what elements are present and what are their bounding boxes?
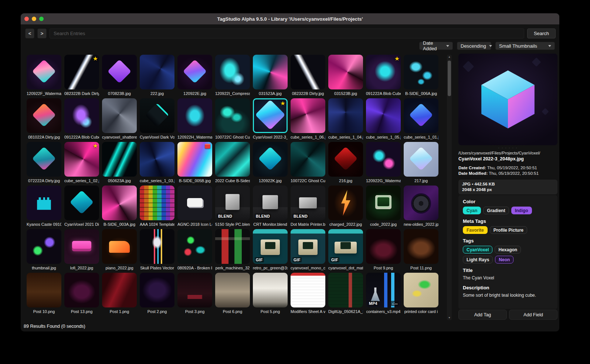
thumbnail[interactable]: GIF xyxy=(328,229,363,264)
thumbnail[interactable] xyxy=(27,55,61,89)
thumbnail[interactable] xyxy=(177,55,212,89)
thumbnail[interactable] xyxy=(64,98,99,133)
thumbnail[interactable] xyxy=(215,142,250,177)
nav-forward-button[interactable]: > xyxy=(37,28,47,38)
thumbnail[interactable]: BLEND xyxy=(291,186,325,220)
thumbnail[interactable] xyxy=(140,55,174,89)
thumbnail[interactable] xyxy=(404,142,438,177)
thumbnail[interactable] xyxy=(27,186,61,220)
thumbnail[interactable]: ★ xyxy=(64,142,99,177)
sort-direction-dropdown[interactable]: Descending xyxy=(457,42,491,50)
thumbnail[interactable] xyxy=(253,55,288,89)
thumbnail-size-dropdown[interactable]: Small Thumbnails xyxy=(495,42,555,50)
thumbnail[interactable] xyxy=(328,273,363,307)
thumbnail[interactable] xyxy=(291,273,325,307)
thumbnail[interactable] xyxy=(366,186,401,220)
thumbnail[interactable] xyxy=(102,273,137,307)
tag-pill[interactable]: Favorite xyxy=(463,226,488,234)
thumbnail[interactable] xyxy=(27,98,61,133)
field-value[interactable]: Some sort of bright teal looking cube. xyxy=(463,293,553,298)
thumbnail[interactable]: GIF xyxy=(291,229,325,264)
thumbnail[interactable] xyxy=(177,142,212,177)
thumbnail[interactable]: ★ xyxy=(366,55,401,89)
thumbnail[interactable]: ★ xyxy=(64,55,99,89)
thumbnail[interactable] xyxy=(291,98,325,133)
thumbnail[interactable] xyxy=(404,98,438,133)
add-tag-button[interactable]: Add Tag xyxy=(458,310,507,320)
thumbnail[interactable] xyxy=(328,186,363,220)
thumbnail[interactable] xyxy=(291,142,325,177)
thumbnail[interactable] xyxy=(102,98,137,133)
thumbnail[interactable] xyxy=(253,142,288,177)
tag-pill[interactable]: Profile Picture xyxy=(490,226,527,234)
thumbnail[interactable] xyxy=(27,229,61,264)
thumbnail[interactable] xyxy=(404,55,438,89)
thumbnail[interactable] xyxy=(177,98,212,133)
thumbnail[interactable] xyxy=(140,229,174,264)
thumbnail[interactable] xyxy=(64,229,99,264)
thumbnail[interactable]: BLEND xyxy=(215,186,250,220)
thumbnail[interactable] xyxy=(140,186,174,220)
thumbnail[interactable] xyxy=(328,98,363,133)
thumbnail[interactable] xyxy=(215,98,250,133)
thumbnail[interactable]: ★ xyxy=(253,98,288,133)
file-path[interactable]: /Users/cyanvoxel/Files/Projects/CyanVoxe… xyxy=(458,150,557,156)
scroll-down-icon[interactable]: ▼ xyxy=(448,316,451,320)
thumbnail[interactable] xyxy=(177,229,212,264)
thumbnail[interactable]: GIF xyxy=(253,229,288,264)
thumbnail[interactable] xyxy=(140,98,174,133)
thumbnail[interactable] xyxy=(366,98,401,133)
tag-pill[interactable]: Cyan xyxy=(463,207,481,214)
thumbnail[interactable]: MP4-:-- xyxy=(366,273,401,307)
thumbnail[interactable] xyxy=(102,229,137,264)
thumbnail[interactable] xyxy=(140,142,174,177)
tag-pill[interactable]: Hexagon xyxy=(495,246,521,254)
tag-pill[interactable]: Indigo xyxy=(511,207,532,214)
tag-pill[interactable]: Light Rays xyxy=(463,256,493,263)
tag-pill[interactable]: Neon xyxy=(495,256,513,263)
search-input[interactable] xyxy=(50,28,524,38)
thumbnail[interactable] xyxy=(253,273,288,307)
thumbnail-label: DigItUp_050621A_S xyxy=(328,309,363,314)
sort-field-dropdown[interactable]: Date Added xyxy=(419,42,453,50)
thumbnail[interactable] xyxy=(404,186,438,220)
thumbnail[interactable] xyxy=(215,229,250,264)
thumbnail[interactable] xyxy=(102,142,137,177)
thumbnail[interactable] xyxy=(64,273,99,307)
field-label: Meta Tags xyxy=(463,218,553,224)
title-bar[interactable]: TagStudio Alpha 9.5.0 - Library '/Users/… xyxy=(21,13,559,24)
thumbnail[interactable]: BLEND xyxy=(253,186,288,220)
thumbnail[interactable] xyxy=(366,142,401,177)
add-field-button[interactable]: Add Field xyxy=(509,310,557,320)
preview-image[interactable] xyxy=(458,54,557,145)
thumbnail[interactable] xyxy=(328,55,363,89)
field-value[interactable]: The Cyan Voxel xyxy=(463,275,553,281)
file-name[interactable]: CyanVoxel 2022-3_2048px.jpg xyxy=(458,156,557,162)
thumbnail[interactable] xyxy=(291,55,325,89)
tag-pill[interactable]: CyanVoxel xyxy=(463,246,492,254)
thumbnail[interactable] xyxy=(102,55,137,89)
thumbnail[interactable] xyxy=(177,186,212,220)
scrollbar-thumb[interactable] xyxy=(448,61,451,96)
panel-resize-handle[interactable]: · · · · · · xyxy=(458,145,557,150)
thumbnail[interactable] xyxy=(404,229,438,264)
thumbnail[interactable] xyxy=(177,273,212,307)
thumbnail[interactable] xyxy=(215,273,250,307)
thumbnail[interactable] xyxy=(215,55,250,89)
grid-scrollbar[interactable]: ▲ ▼ xyxy=(447,55,452,320)
thumbnail[interactable] xyxy=(102,186,137,220)
scrollbar-track[interactable] xyxy=(447,59,452,316)
thumbnail[interactable] xyxy=(27,142,61,177)
scroll-up-icon[interactable]: ▲ xyxy=(448,55,451,59)
thumbnail[interactable] xyxy=(366,229,401,264)
thumbnail-label: 100722C Ghost Cub xyxy=(291,178,325,183)
thumbnail[interactable] xyxy=(27,273,61,307)
search-button[interactable]: Search xyxy=(527,28,556,38)
grid-item: 091222A Blob Cube xyxy=(64,98,99,140)
thumbnail[interactable] xyxy=(64,186,99,220)
thumbnail[interactable] xyxy=(404,273,438,307)
tag-pill[interactable]: Gradient xyxy=(483,207,509,214)
thumbnail[interactable] xyxy=(140,273,174,307)
thumbnail[interactable] xyxy=(328,142,363,177)
nav-back-button[interactable]: < xyxy=(25,28,34,38)
